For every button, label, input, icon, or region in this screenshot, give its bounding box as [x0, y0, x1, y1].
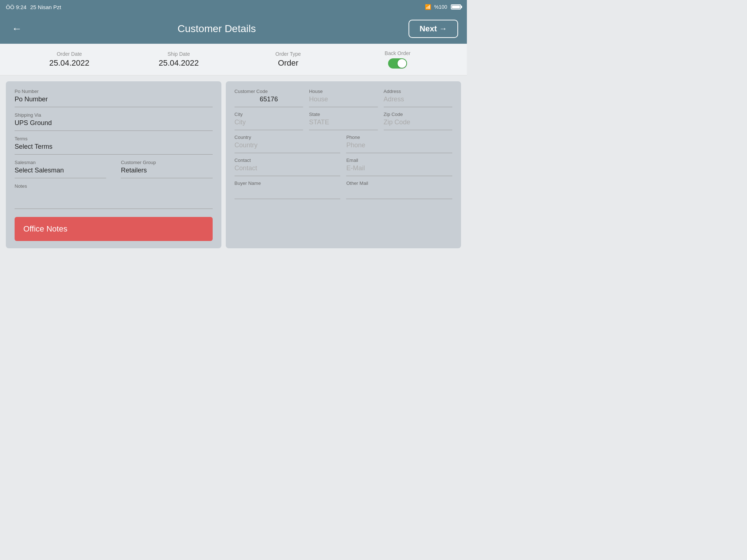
notes-group: Notes [15, 183, 213, 209]
row-2: City City State STATE Zip Code Zip Code [235, 112, 452, 130]
customer-code-label: Customer Code [235, 89, 303, 94]
date: 25 Nisan Pzt [30, 4, 61, 10]
back-button[interactable]: ← [9, 22, 25, 36]
salesman-value[interactable]: Select Salesman [15, 167, 106, 178]
address-value[interactable]: Adress [384, 96, 452, 107]
state-label: State [309, 112, 378, 117]
left-panel: Po Number Po Number Shipping Via UPS Gro… [6, 81, 221, 248]
terms-group: Terms Select Terms [15, 136, 213, 155]
order-date-group: Order Date 25.04.2022 [15, 51, 124, 68]
order-date-value: 25.04.2022 [15, 58, 124, 68]
zip-code-label: Zip Code [384, 112, 452, 117]
ship-date-label: Ship Date [124, 51, 233, 57]
city-value[interactable]: City [235, 118, 303, 130]
country-value[interactable]: Country [235, 141, 341, 153]
order-type-label: Order Type [233, 51, 343, 57]
back-order-group: Back Order [343, 50, 452, 69]
salesman-row: Salesman Select Salesman Customer Group … [15, 160, 213, 178]
ship-date-value: 25.04.2022 [124, 58, 233, 68]
po-number-label: Po Number [15, 89, 213, 94]
address-field: Address Adress [384, 89, 452, 107]
state-value[interactable]: STATE [309, 118, 378, 130]
ship-date-group: Ship Date 25.04.2022 [124, 51, 233, 68]
order-type-group: Order Type Order [233, 51, 343, 68]
other-mail-label: Other Mail [346, 180, 452, 186]
wifi-icon: 📶 [425, 4, 431, 10]
battery-percent: %100 [434, 4, 447, 10]
date-row: Order Date 25.04.2022 Ship Date 25.04.20… [0, 44, 467, 75]
customer-group-value[interactable]: Retailers [121, 167, 212, 178]
house-label: House [309, 89, 378, 94]
header: ← Customer Details Next → [0, 14, 467, 44]
status-right: 📶 %100 [425, 4, 461, 10]
customer-group-group: Customer Group Retailers [121, 160, 212, 178]
contact-field: Contact Contact [235, 158, 341, 176]
state-field: State STATE [309, 112, 378, 130]
shipping-via-value[interactable]: UPS Ground [15, 119, 213, 131]
phone-value[interactable]: Phone [346, 141, 452, 153]
order-date-label: Order Date [15, 51, 124, 57]
row-1: Customer Code 65176 House House Address … [235, 89, 452, 107]
address-label: Address [384, 89, 452, 94]
next-button[interactable]: Next → [409, 20, 458, 38]
buyer-name-field: Buyer Name [235, 180, 341, 199]
main-content: Po Number Po Number Shipping Via UPS Gro… [0, 75, 467, 254]
row-4: Contact Contact Email E-Mail [235, 158, 452, 176]
terms-label: Terms [15, 136, 213, 141]
notes-value[interactable] [15, 190, 213, 209]
city-field: City City [235, 112, 303, 130]
toggle-knob [398, 59, 406, 68]
row-3: Country Country Phone Phone [235, 135, 452, 153]
contact-label: Contact [235, 158, 341, 163]
phone-field: Phone Phone [346, 135, 452, 153]
customer-code-field: Customer Code 65176 [235, 89, 303, 107]
shipping-via-label: Shipping Via [15, 112, 213, 118]
other-mail-value[interactable] [346, 187, 452, 199]
office-notes-button[interactable]: Office Notes [15, 217, 213, 241]
email-value[interactable]: E-Mail [346, 164, 452, 176]
buyer-name-value[interactable] [235, 187, 341, 199]
email-field: Email E-Mail [346, 158, 452, 176]
other-mail-field: Other Mail [346, 180, 452, 199]
time: ÖÖ 9:24 [6, 4, 27, 10]
house-value[interactable]: House [309, 96, 378, 107]
po-number-group: Po Number Po Number [15, 89, 213, 107]
status-left: ÖÖ 9:24 25 Nisan Pzt [6, 4, 61, 10]
city-label: City [235, 112, 303, 117]
status-bar: ÖÖ 9:24 25 Nisan Pzt 📶 %100 [0, 0, 467, 14]
shipping-via-group: Shipping Via UPS Ground [15, 112, 213, 131]
house-field: House House [309, 89, 378, 107]
order-type-value: Order [233, 58, 343, 68]
salesman-group: Salesman Select Salesman [15, 160, 106, 178]
country-label: Country [235, 135, 341, 140]
battery-icon [451, 4, 461, 9]
po-number-value[interactable]: Po Number [15, 96, 213, 107]
customer-group-label: Customer Group [121, 160, 212, 165]
terms-value[interactable]: Select Terms [15, 143, 213, 155]
back-order-toggle[interactable] [388, 58, 407, 69]
zip-code-value[interactable]: Zip Code [384, 118, 452, 130]
buyer-name-label: Buyer Name [235, 180, 341, 186]
notes-label: Notes [15, 183, 213, 189]
zip-code-field: Zip Code Zip Code [384, 112, 452, 130]
contact-value[interactable]: Contact [235, 164, 341, 176]
phone-label: Phone [346, 135, 452, 140]
email-label: Email [346, 158, 452, 163]
country-field: Country Country [235, 135, 341, 153]
salesman-label: Salesman [15, 160, 106, 165]
row-5: Buyer Name Other Mail [235, 180, 452, 199]
right-panel: Customer Code 65176 House House Address … [226, 81, 461, 248]
customer-code-value[interactable]: 65176 [235, 96, 303, 107]
back-order-label: Back Order [385, 50, 411, 56]
page-title: Customer Details [25, 23, 409, 35]
